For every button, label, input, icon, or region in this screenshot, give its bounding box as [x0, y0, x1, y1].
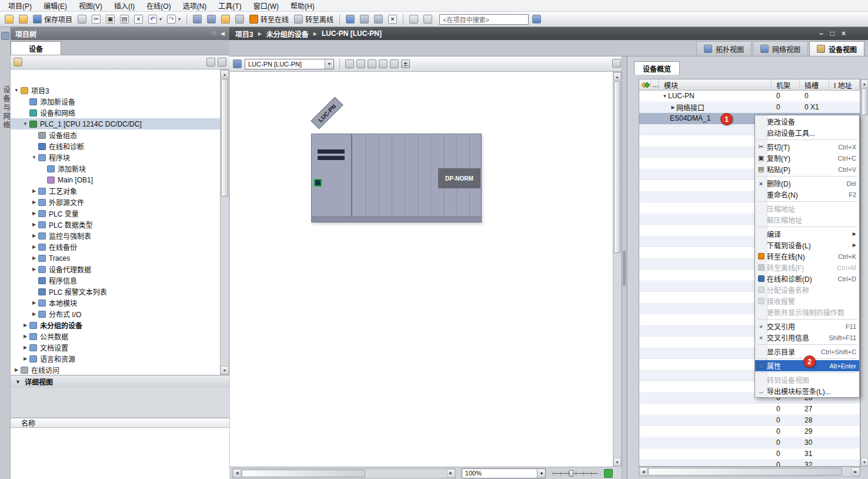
expander-icon[interactable]: ▼	[31, 155, 38, 160]
table-row[interactable]: 027	[639, 404, 860, 415]
scroll-right-icon[interactable]: ▶	[852, 467, 860, 476]
column-header[interactable]: I 地址	[829, 79, 860, 90]
menubar-item[interactable]: 窗口(W)	[248, 0, 285, 12]
snapshot-icon[interactable]	[612, 59, 621, 69]
expander-icon[interactable]: ▼	[13, 88, 20, 93]
pages-icon[interactable]	[390, 59, 399, 68]
menu-item[interactable]: 启动设备工具...	[755, 127, 859, 138]
scroll-down-icon[interactable]: ▼	[861, 458, 868, 466]
project-search-input[interactable]: <在项目中搜索>	[439, 14, 529, 25]
overview-vertical-scrollbar[interactable]: ▲ ▼	[860, 79, 868, 467]
expander-icon[interactable]: ▼	[662, 94, 668, 99]
tree-item[interactable]: 添加新块	[11, 163, 220, 174]
expander-icon[interactable]: ▶	[22, 345, 29, 350]
collapse-panel-icon[interactable]: ◀	[221, 31, 225, 36]
menu-item[interactable]: ×交叉引用F11	[755, 321, 859, 332]
table-row[interactable]: 031	[639, 448, 860, 460]
tree-item[interactable]: PLC 报警文本列表	[11, 286, 220, 297]
expander-icon[interactable]: ▶	[31, 233, 38, 238]
menubar-item[interactable]: 帮助(H)	[285, 0, 321, 12]
menu-item[interactable]: 转至离线(F)Ctrl+M	[755, 262, 859, 273]
scrollbar-thumb[interactable]	[862, 88, 867, 115]
tree-item[interactable]: 添加新设备	[11, 96, 220, 107]
menu-item[interactable]: 下载到设备(L)▶	[755, 239, 859, 251]
breadcrumb-item[interactable]: LUC-PN [LUC-PN]	[322, 29, 382, 38]
toolbar-print-button[interactable]	[76, 14, 88, 25]
toolbar-new-project-button[interactable]	[3, 14, 15, 25]
zoom-icon[interactable]: ±	[401, 59, 410, 68]
tree-item[interactable]: ▶在线备份	[11, 241, 220, 252]
menu-item[interactable]: 更改设备	[755, 116, 859, 127]
slider-thumb-icon[interactable]	[569, 470, 573, 477]
tree-item[interactable]: 程序信息	[11, 275, 220, 286]
menu-item[interactable]: 更新并显示强制的操作数	[755, 307, 859, 318]
table-row[interactable]: 028	[639, 415, 860, 426]
details-name-column-header[interactable]: 名称	[11, 418, 229, 428]
breadcrumb-item[interactable]: 项目3	[235, 29, 253, 39]
assign-device-name-icon[interactable]	[356, 59, 365, 68]
tree-item[interactable]: ▼项目3	[11, 85, 220, 96]
scrollbar-thumb[interactable]	[648, 468, 842, 475]
device-data-icon[interactable]	[233, 59, 242, 68]
tree-item[interactable]: ▶语言和资源	[11, 353, 220, 364]
scroll-down-icon[interactable]: ▼	[613, 458, 621, 466]
menu-item[interactable]: 重命名(N)F2	[755, 189, 859, 200]
menu-item[interactable]: ✂剪切(T)Ctrl+X	[755, 141, 859, 152]
table-row[interactable]: ▶网络接口00 X1	[639, 102, 860, 113]
expander-icon[interactable]: ▶	[31, 300, 38, 305]
tree-item[interactable]: ▶设备代理数据	[11, 264, 220, 275]
tree-item[interactable]: ▶PLC 数据类型	[11, 219, 220, 230]
sort-icon[interactable]	[206, 58, 215, 66]
tree-item[interactable]: ▶分布式 I/O	[11, 308, 220, 320]
toolbar-undo-button[interactable]: ↶▾	[146, 14, 163, 25]
tree-item[interactable]: ▶外部源文件	[11, 197, 220, 208]
menubar-item[interactable]: 项目(P)	[2, 0, 38, 12]
expander-icon[interactable]: ▶	[22, 356, 29, 361]
scroll-up-icon[interactable]: ▲	[861, 79, 868, 88]
menu-item[interactable]: 编译▶	[755, 228, 859, 239]
expander-icon[interactable]: ▶	[31, 255, 38, 261]
tree-item[interactable]: ▶在线访问	[11, 364, 220, 375]
scrollbar-thumb[interactable]	[614, 81, 620, 253]
tree-item[interactable]: 设备和网络	[11, 107, 220, 118]
toolbar-open-project-button[interactable]	[17, 14, 29, 25]
toolbar-cut-button[interactable]: ✂	[90, 14, 102, 25]
expander-icon[interactable]: ▶	[31, 311, 38, 317]
menu-item[interactable]: 接收报警	[755, 295, 859, 307]
scroll-up-icon[interactable]: ▲	[221, 70, 229, 78]
menubar-item[interactable]: 视图(V)	[73, 0, 108, 12]
menu-item[interactable]: ×交叉引用信息Shift+F11	[755, 332, 859, 343]
toolbar-paste-button[interactable]: ▤	[118, 14, 131, 25]
collapsed-panel-tab[interactable]: 设备与网络	[1, 86, 11, 130]
menu-item[interactable]: 解压缩地址	[755, 214, 859, 225]
tree-item[interactable]: ▶未分组的设备	[11, 320, 220, 331]
menu-item[interactable]: 分配设备名称	[755, 284, 859, 295]
device-selector[interactable]: LUC-PN [LUC-PN] ▼	[245, 59, 334, 69]
chevron-down-icon[interactable]: ▼	[537, 469, 545, 478]
expander-icon[interactable]: ▼	[22, 121, 29, 127]
menu-item[interactable]: ▣复制(Y)Ctrl+C	[755, 152, 859, 164]
tab-topology-view[interactable]: 拓扑视图	[696, 41, 752, 56]
table-row[interactable]: 032	[639, 460, 860, 467]
expander-icon[interactable]: ▶	[31, 267, 38, 272]
tree-item[interactable]: 设备组态	[11, 129, 220, 141]
table-row[interactable]: 029	[639, 426, 860, 437]
column-header[interactable]: 模块	[659, 79, 772, 90]
scroll-down-icon[interactable]: ▼	[221, 366, 229, 374]
project-tree-scrollbar[interactable]: ▲ ▼	[220, 69, 229, 375]
menu-item[interactable]: 压缩地址	[755, 203, 859, 214]
toolbar-go-offline-button[interactable]: 转至离线	[292, 14, 335, 25]
tree-item[interactable]: ▶监控与强制表	[11, 230, 220, 241]
menu-item[interactable]: ▤粘贴(P)Ctrl+V	[755, 164, 859, 175]
toolbar-stop-cpu-button[interactable]	[233, 14, 246, 25]
toolbar-copy-button[interactable]: ▣	[104, 14, 116, 25]
toolbar-online-diagnostics-button[interactable]	[344, 14, 356, 25]
scroll-right-icon[interactable]: ▶	[447, 469, 455, 478]
toolbar-start-cpu-button[interactable]	[219, 14, 232, 25]
expander-icon[interactable]: ▶	[670, 105, 676, 110]
menubar-item[interactable]: 工具(T)	[212, 0, 247, 12]
scrollbar-thumb[interactable]	[221, 79, 228, 197]
table-row[interactable]: ▼LUC-PN00	[639, 91, 860, 102]
grid-icon[interactable]	[379, 59, 388, 68]
breadcrumb-item[interactable]: 未分组的设备	[266, 29, 309, 39]
